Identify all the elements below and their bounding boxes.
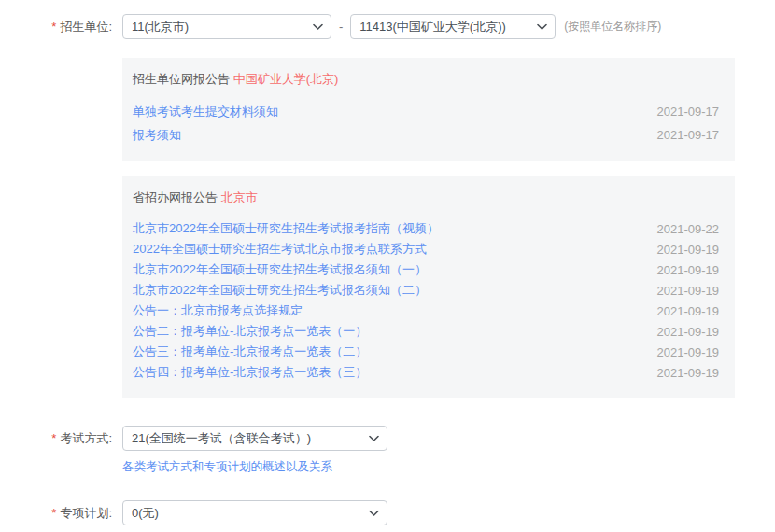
notice-date: 2021-09-19 <box>657 284 720 298</box>
special-plan-select[interactable]: 0(无) <box>122 500 388 525</box>
unit-notice-title-text: 招生单位网报公告 <box>133 72 230 86</box>
unit-notice-box: 招生单位网报公告 中国矿业大学(北京) 单独考试考生提交材料须知 2021-09… <box>122 58 735 161</box>
notice-date: 2021-09-17 <box>657 105 720 119</box>
notice-link[interactable]: 公告二：报考单位-北京报考点一览表（一） <box>133 323 367 340</box>
special-plan-label: *专项计划: <box>0 505 112 522</box>
province-notice-box: 省招办网报公告 北京市 北京市2022年全国硕士研究生招生考试报考指南（视频） … <box>122 176 735 398</box>
province-select-wrap: 11(北京市) <box>122 14 331 39</box>
special-plan-label-text: 专项计划: <box>60 506 112 520</box>
notice-item: 北京市2022年全国硕士研究生招生考试报考指南（视频） 2021-09-22 <box>133 218 719 239</box>
special-plan-select-wrap: 0(无) <box>122 500 388 525</box>
exam-method-label: *考试方式: <box>0 430 112 447</box>
notice-date: 2021-09-19 <box>657 325 720 339</box>
exam-method-row: *考试方式: 21(全国统一考试（含联合考试）) <box>0 426 775 451</box>
notice-date: 2021-09-19 <box>657 263 720 277</box>
unit-notice-list: 单独考试考生提交材料须知 2021-09-17 报考须知 2021-09-17 <box>133 100 719 147</box>
notice-item: 公告一：北京市报考点选择规定 2021-09-19 <box>133 301 719 321</box>
unit-notice-title: 招生单位网报公告 中国矿业大学(北京) <box>133 71 719 88</box>
notice-item: 公告二：报考单位-北京报考点一览表（一） 2021-09-19 <box>133 321 719 342</box>
unit-notice-highlight: 中国矿业大学(北京) <box>233 72 339 86</box>
notice-link[interactable]: 北京市2022年全国硕士研究生招生考试报名须知（一） <box>133 261 427 278</box>
recruit-unit-label: *招生单位: <box>0 19 112 35</box>
exam-method-label-text: 考试方式: <box>60 431 112 445</box>
exam-method-help-row: 各类考试方式和专项计划的概述以及关系 <box>122 459 775 475</box>
unit-sort-note: (按照单位名称排序) <box>564 19 661 35</box>
notice-date: 2021-09-19 <box>657 345 720 359</box>
exam-method-help-link[interactable]: 各类考试方式和专项计划的概述以及关系 <box>122 460 332 473</box>
notice-date: 2021-09-19 <box>657 243 720 257</box>
notice-date: 2021-09-17 <box>657 128 720 142</box>
notice-item: 报考须知 2021-09-17 <box>133 123 719 147</box>
notice-link[interactable]: 公告四：报考单位-北京报考点一览表（三） <box>133 364 367 381</box>
special-plan-row: *专项计划: 0(无) <box>0 500 775 525</box>
exam-method-select[interactable]: 21(全国统一考试（含联合考试）) <box>122 426 388 451</box>
notice-link[interactable]: 公告三：报考单位-北京报考点一览表（二） <box>133 343 367 360</box>
notice-item: 公告三：报考单位-北京报考点一览表（二） 2021-09-19 <box>133 342 719 362</box>
notice-date: 2021-09-19 <box>657 304 720 318</box>
notice-link[interactable]: 公告一：北京市报考点选择规定 <box>133 302 303 319</box>
notice-item: 北京市2022年全国硕士研究生招生考试报名须知（二） 2021-09-19 <box>133 280 719 301</box>
select-separator: - <box>339 20 343 34</box>
required-asterisk: * <box>51 506 56 520</box>
notice-item: 北京市2022年全国硕士研究生招生考试报名须知（一） 2021-09-19 <box>133 259 719 280</box>
province-notice-list: 北京市2022年全国硕士研究生招生考试报考指南（视频） 2021-09-22 2… <box>133 218 719 383</box>
province-notice-title-text: 省招办网报公告 <box>133 190 218 204</box>
required-asterisk: * <box>51 431 56 445</box>
notice-date: 2021-09-19 <box>657 366 720 380</box>
registration-form-page: *招生单位: 11(北京市) - 11413(中国矿业大学(北京)) (按照单位… <box>0 0 775 532</box>
province-notice-highlight: 北京市 <box>221 190 258 204</box>
notice-date: 2021-09-22 <box>657 222 720 236</box>
notice-link[interactable]: 北京市2022年全国硕士研究生招生考试报考指南（视频） <box>133 220 439 237</box>
unit-select-wrap: 11413(中国矿业大学(北京)) <box>350 14 556 39</box>
notice-item: 单独考试考生提交材料须知 2021-09-17 <box>133 100 719 123</box>
notice-item: 2022年全国硕士研究生招生考试北京市报考点联系方式 2021-09-19 <box>133 239 719 259</box>
exam-method-select-wrap: 21(全国统一考试（含联合考试）) <box>122 426 388 451</box>
province-select[interactable]: 11(北京市) <box>122 14 331 39</box>
notice-link[interactable]: 单独考试考生提交材料须知 <box>133 104 278 120</box>
notice-link[interactable]: 北京市2022年全国硕士研究生招生考试报名须知（二） <box>133 282 427 299</box>
unit-select[interactable]: 11413(中国矿业大学(北京)) <box>350 14 556 39</box>
notice-link[interactable]: 报考须知 <box>133 127 181 144</box>
required-asterisk: * <box>51 20 56 34</box>
recruit-unit-row: *招生单位: 11(北京市) - 11413(中国矿业大学(北京)) (按照单位… <box>0 14 775 39</box>
notice-item: 公告四：报考单位-北京报考点一览表（三） 2021-09-19 <box>133 362 719 383</box>
recruit-unit-label-text: 招生单位: <box>60 20 112 34</box>
notice-link[interactable]: 2022年全国硕士研究生招生考试北京市报考点联系方式 <box>133 241 427 258</box>
province-notice-title: 省招办网报公告 北京市 <box>133 189 719 206</box>
